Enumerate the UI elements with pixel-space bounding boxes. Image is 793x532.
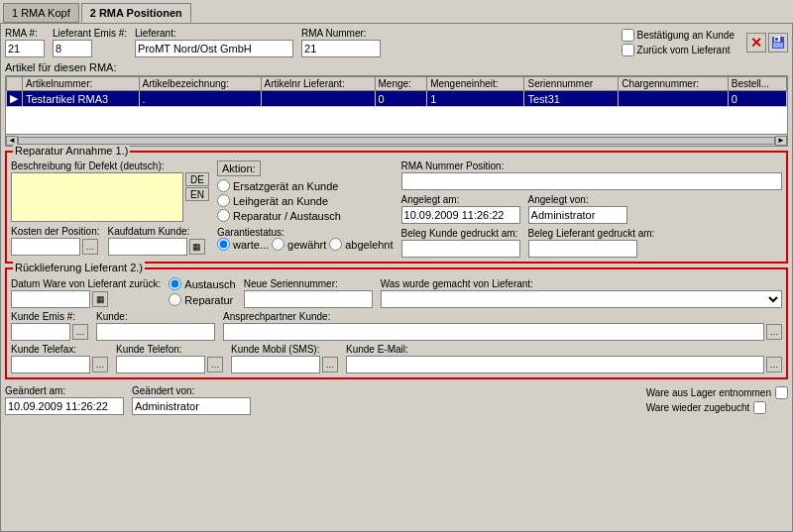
telefax-input[interactable] bbox=[11, 356, 90, 373]
tab-bar: 1 RMA Kopf 2 RMA Positionen bbox=[0, 0, 793, 23]
geaendert-am-group: Geändert am: bbox=[5, 385, 124, 415]
artikel-table: Artikelnummer: Artikelbezeichnung: Artik… bbox=[6, 76, 787, 107]
rma-nr-input[interactable] bbox=[5, 40, 45, 57]
email-input[interactable] bbox=[346, 356, 764, 373]
telefax-browse-btn[interactable]: … bbox=[92, 357, 108, 372]
kosten-browse-btn[interactable]: … bbox=[82, 239, 98, 255]
telefon-group: Kunde Telefon: … bbox=[116, 344, 223, 373]
radio-abgelehnt-label: abgelehnt bbox=[345, 239, 393, 251]
radio-warte-label: warte... bbox=[233, 239, 269, 251]
geaendert-von-group: Geändert von: bbox=[132, 385, 251, 415]
row3: Kunde Telefax: … Kunde Telefon: … bbox=[11, 344, 782, 373]
lieferant-emis-input[interactable] bbox=[53, 40, 92, 57]
neue-sn-group: Neue Seriennummer: bbox=[244, 278, 373, 308]
scroll-right-btn[interactable]: ► bbox=[775, 136, 787, 146]
cell-seriennummer: Test31 bbox=[524, 91, 619, 107]
col-seriennummer: Seriennummer bbox=[524, 77, 619, 91]
checkbox-bestaetigung-row: Bestätigung an Kunde bbox=[622, 29, 735, 42]
geaendert-am-label: Geändert am: bbox=[5, 385, 124, 396]
scroll-track[interactable] bbox=[18, 137, 775, 145]
radio-abgelehnt[interactable] bbox=[329, 238, 342, 251]
radio-reparatur2-label: Reparatur bbox=[184, 294, 233, 306]
telefon-label: Kunde Telefon: bbox=[116, 344, 223, 355]
beleg-kunde-label: Beleg Kunde gedruckt am: bbox=[401, 228, 520, 239]
kunde-emis-input[interactable] bbox=[11, 323, 70, 341]
de-button[interactable]: DE bbox=[185, 172, 209, 186]
ware-entnommen-checkbox[interactable] bbox=[775, 386, 788, 399]
tab-rma-positionen[interactable]: 2 RMA Positionen bbox=[81, 3, 191, 23]
section-ruecklieferung-title: Rücklieferung Lieferant 2.) bbox=[13, 262, 145, 273]
mobil-browse-btn[interactable]: … bbox=[322, 357, 338, 372]
telefon-input[interactable] bbox=[116, 356, 205, 373]
radio-ersatz[interactable] bbox=[217, 179, 230, 192]
save-button[interactable] bbox=[768, 33, 788, 53]
was-gemacht-select[interactable] bbox=[381, 290, 782, 308]
angelegt-am-input[interactable] bbox=[401, 206, 520, 224]
beleg-kunde-input[interactable] bbox=[401, 240, 520, 258]
radio-leih[interactable] bbox=[217, 194, 230, 207]
ansprechpartner-browse-btn[interactable]: … bbox=[766, 324, 782, 340]
cell-mengeneinheit: 1 bbox=[427, 91, 524, 107]
checkbox-bestaetigung[interactable] bbox=[622, 29, 634, 42]
rma-nummer-input[interactable] bbox=[301, 40, 381, 57]
defect-label: Beschreibung für Defekt (deutsch): bbox=[11, 160, 209, 171]
table-row[interactable]: ▶ Testartikel RMA3 . 0 1 Test31 0 bbox=[7, 91, 787, 107]
radio-ersatz-row: Ersatzgerät an Kunde bbox=[217, 179, 394, 192]
rma-nummer-group: RMA Nummer: bbox=[301, 28, 381, 57]
kaufdatum-input[interactable] bbox=[108, 238, 187, 256]
radio-gewaehrt[interactable] bbox=[272, 238, 284, 251]
radio-reparatur2[interactable] bbox=[169, 293, 181, 306]
cell-chargennummer bbox=[619, 91, 729, 107]
telefax-group: Kunde Telefax: … bbox=[11, 344, 108, 373]
kaufdatum-calendar-btn[interactable]: ▦ bbox=[189, 239, 205, 255]
col-mengeneinheit: Mengeneinheit: bbox=[427, 77, 524, 91]
telefon-browse-btn[interactable]: … bbox=[207, 357, 223, 372]
datum-input[interactable] bbox=[11, 290, 90, 308]
footer-section: Geändert am: Geändert von: Ware aus Lage… bbox=[5, 383, 788, 417]
rma-nr-label: RMA #: bbox=[5, 28, 45, 39]
cell-artikelnummer: Testartikel RMA3 bbox=[23, 91, 140, 107]
lieferant-input[interactable] bbox=[135, 40, 293, 57]
kunde-emis-browse-btn[interactable]: … bbox=[72, 324, 88, 340]
ware-zugebucht-checkbox[interactable] bbox=[753, 401, 766, 414]
col-bestellung: Bestell... bbox=[728, 77, 786, 91]
ansprechpartner-input[interactable] bbox=[223, 323, 764, 341]
checkbox-bestaetigung-label: Bestätigung an Kunde bbox=[637, 30, 735, 41]
kunde-label: Kunde: bbox=[96, 311, 215, 322]
radio-warte[interactable] bbox=[217, 238, 230, 251]
email-group: Kunde E-Mail: … bbox=[346, 344, 782, 373]
aktion-area: Aktion: Ersatzgerät an Kunde Leihgerät a… bbox=[217, 160, 394, 258]
kunde-input[interactable] bbox=[96, 323, 215, 341]
radio-reparatur-label: Reparatur / Austausch bbox=[233, 210, 341, 222]
email-browse-btn[interactable]: … bbox=[766, 357, 782, 372]
scroll-left-btn[interactable]: ◄ bbox=[6, 136, 18, 146]
defect-textarea[interactable] bbox=[11, 172, 183, 222]
lieferant-label: Lieferant: bbox=[135, 28, 293, 39]
beleg-row: Beleg Kunde gedruckt am: Beleg Lieferant… bbox=[401, 228, 782, 258]
kosten-input[interactable] bbox=[11, 238, 80, 256]
checkbox-zurueck[interactable] bbox=[622, 44, 634, 56]
kaufdatum-label: Kaufdatum Kunde: bbox=[108, 226, 205, 237]
angelegt-von-input[interactable] bbox=[528, 206, 627, 224]
close-button[interactable]: ✕ bbox=[746, 33, 766, 53]
radio-austausch[interactable] bbox=[169, 277, 181, 290]
rma-nummer-label: RMA Nummer: bbox=[301, 28, 381, 39]
tab-rma-kopf[interactable]: 1 RMA Kopf bbox=[3, 3, 79, 23]
mobil-input[interactable] bbox=[231, 356, 320, 373]
telefax-label: Kunde Telefax: bbox=[11, 344, 108, 355]
geaendert-am-input[interactable] bbox=[5, 397, 124, 415]
col-artikelnr-lieferant: Artikelnr Lieferant: bbox=[261, 77, 375, 91]
en-button[interactable]: EN bbox=[185, 187, 209, 201]
beleg-lieferant-input[interactable] bbox=[528, 240, 637, 258]
datum-calendar-btn[interactable]: ▦ bbox=[92, 291, 108, 307]
geaendert-von-input[interactable] bbox=[132, 397, 251, 415]
neue-sn-input[interactable] bbox=[244, 290, 373, 308]
rma-nr-group: RMA #: bbox=[5, 28, 45, 57]
angelegt-am-group: Angelegt am: bbox=[401, 194, 520, 224]
radio-reparatur[interactable] bbox=[217, 209, 230, 222]
defect-area: Beschreibung für Defekt (deutsch): DE EN… bbox=[11, 160, 209, 258]
rma-nummer-pos-input[interactable] bbox=[401, 172, 782, 190]
radio-reparatur-row: Reparatur / Austausch bbox=[217, 209, 394, 222]
was-gemacht-group: Was wurde gemacht von Lieferant: bbox=[381, 278, 782, 308]
beleg-lieferant-group: Beleg Lieferant gedruckt am: bbox=[528, 228, 655, 258]
